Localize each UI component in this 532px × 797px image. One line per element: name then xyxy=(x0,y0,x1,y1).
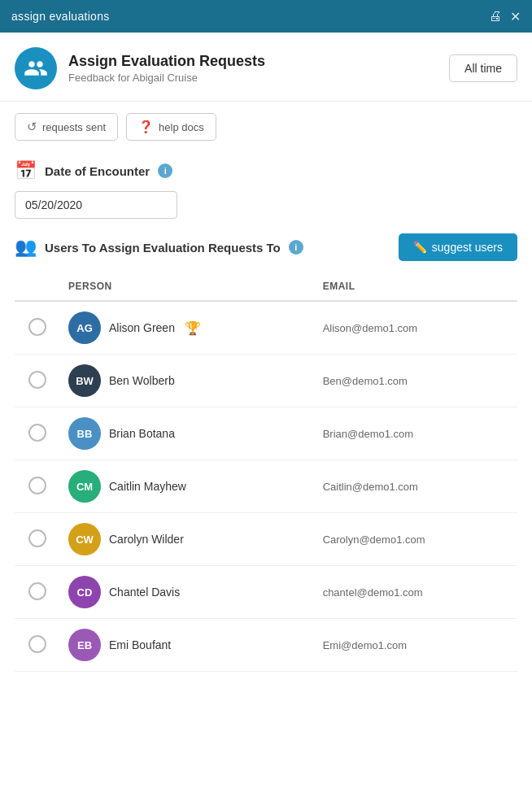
action-bar: ↺ requests sent ❓ help docs xyxy=(0,102,532,152)
requests-sent-label: requests sent xyxy=(42,121,106,133)
date-input[interactable] xyxy=(15,191,177,219)
date-section-header: 📅 Date of Encounter i xyxy=(15,160,517,181)
help-docs-button[interactable]: ❓ help docs xyxy=(126,113,216,141)
calendar-icon: 📅 xyxy=(15,160,37,181)
row-select-cell xyxy=(15,619,60,672)
select-radio[interactable] xyxy=(28,635,46,653)
users-header-left: 👥 Users To Assign Evaluation Requests To… xyxy=(15,237,303,258)
person-cell: BWBen Wolberb xyxy=(60,355,315,407)
users-section-title: Users To Assign Evaluation Requests To xyxy=(45,241,281,255)
all-time-button[interactable]: All time xyxy=(449,54,517,82)
table-row: CMCaitlin MayhewCaitlin@demo1.com xyxy=(15,460,517,513)
header-subtitle: Feedback for Abigail Cruise xyxy=(68,72,265,84)
table-row: EBEmi BoufantEmi@demo1.com xyxy=(15,619,517,672)
header-text: Assign Evaluation Requests Feedback for … xyxy=(68,53,265,84)
suggest-users-label: suggest users xyxy=(432,241,503,254)
avatar: BW xyxy=(68,364,101,397)
person-name: Caitlin Mayhew xyxy=(109,480,186,493)
person-name: Brian Botana xyxy=(109,427,175,440)
select-radio[interactable] xyxy=(28,318,46,336)
person-name: Ben Wolberb xyxy=(109,374,175,387)
email-cell: Emi@demo1.com xyxy=(315,619,517,672)
users-section: 👥 Users To Assign Evaluation Requests To… xyxy=(0,219,532,672)
row-select-cell xyxy=(15,407,60,460)
print-icon[interactable]: 🖨 xyxy=(489,9,502,24)
email-cell: Caitlin@demo1.com xyxy=(315,460,517,513)
email-cell: Alison@demo1.com xyxy=(315,301,517,355)
header: Assign Evaluation Requests Feedback for … xyxy=(0,33,532,102)
select-radio[interactable] xyxy=(28,529,46,547)
history-icon: ↺ xyxy=(27,120,37,134)
question-icon: ❓ xyxy=(138,120,154,134)
row-select-cell xyxy=(15,566,60,619)
table-header-select xyxy=(15,274,60,301)
table-header-email: EMAIL xyxy=(315,274,517,301)
person-cell: EBEmi Boufant xyxy=(60,619,315,672)
row-select-cell xyxy=(15,513,60,566)
avatar: BB xyxy=(68,417,101,450)
users-group-icon: 👥 xyxy=(15,237,37,258)
avatar: EB xyxy=(68,629,101,661)
date-section-title: Date of Encounter xyxy=(45,164,150,178)
users-table: PERSON EMAIL AGAlison Green🏆Alison@demo1… xyxy=(15,274,517,672)
person-name: Emi Boufant xyxy=(109,638,171,651)
avatar: CW xyxy=(68,523,101,555)
title-bar-title: assign evaluations xyxy=(11,10,110,23)
help-docs-label: help docs xyxy=(159,121,204,133)
users-info-icon[interactable]: i xyxy=(289,240,303,255)
avatar: CM xyxy=(68,470,101,503)
title-bar: assign evaluations 🖨 ✕ xyxy=(0,0,532,33)
date-info-icon[interactable]: i xyxy=(158,163,172,178)
row-select-cell xyxy=(15,301,60,355)
avatar: CD xyxy=(68,576,101,608)
table-row: CDChantel Davischantel@demo1.com xyxy=(15,566,517,619)
suggest-wand-icon: ✏️ xyxy=(413,241,427,254)
email-cell: Ben@demo1.com xyxy=(315,355,517,407)
requests-sent-button[interactable]: ↺ requests sent xyxy=(15,113,118,141)
table-header-row: PERSON EMAIL xyxy=(15,274,517,301)
person-cell: AGAlison Green🏆 xyxy=(60,301,315,355)
table-row: BBBrian BotanaBrian@demo1.com xyxy=(15,407,517,460)
avatar: AG xyxy=(68,311,101,344)
header-title: Assign Evaluation Requests xyxy=(68,53,265,70)
users-section-header: 👥 Users To Assign Evaluation Requests To… xyxy=(15,233,517,261)
table-header-person: PERSON xyxy=(60,274,315,301)
person-name: Alison Green xyxy=(109,321,175,334)
person-name: Carolyn Wilder xyxy=(109,533,184,546)
row-select-cell xyxy=(15,460,60,513)
suggest-users-button[interactable]: ✏️ suggest users xyxy=(399,233,517,261)
table-row: BWBen WolberbBen@demo1.com xyxy=(15,355,517,407)
date-section: 📅 Date of Encounter i xyxy=(0,152,532,219)
person-cell: CDChantel Davis xyxy=(60,566,315,619)
person-name: Chantel Davis xyxy=(109,586,180,599)
select-radio[interactable] xyxy=(28,371,46,389)
email-cell: Brian@demo1.com xyxy=(315,407,517,460)
person-cell: CMCaitlin Mayhew xyxy=(60,460,315,513)
title-bar-actions: 🖨 ✕ xyxy=(489,9,521,24)
close-icon[interactable]: ✕ xyxy=(510,9,521,24)
select-radio[interactable] xyxy=(28,477,46,494)
trophy-icon: 🏆 xyxy=(185,320,201,336)
email-cell: Carolyn@demo1.com xyxy=(315,513,517,566)
row-select-cell xyxy=(15,355,60,407)
table-row: AGAlison Green🏆Alison@demo1.com xyxy=(15,301,517,355)
person-cell: BBBrian Botana xyxy=(60,407,315,460)
select-radio[interactable] xyxy=(28,424,46,442)
person-cell: CWCarolyn Wilder xyxy=(60,513,315,566)
header-group-icon xyxy=(15,47,57,89)
email-cell: chantel@demo1.com xyxy=(315,566,517,619)
select-radio[interactable] xyxy=(28,582,46,600)
header-left: Assign Evaluation Requests Feedback for … xyxy=(15,47,265,89)
table-row: CWCarolyn WilderCarolyn@demo1.com xyxy=(15,513,517,566)
